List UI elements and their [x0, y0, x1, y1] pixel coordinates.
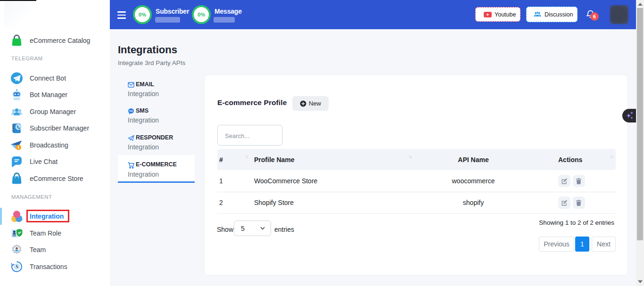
svg-text:SMS: SMS [129, 110, 133, 112]
